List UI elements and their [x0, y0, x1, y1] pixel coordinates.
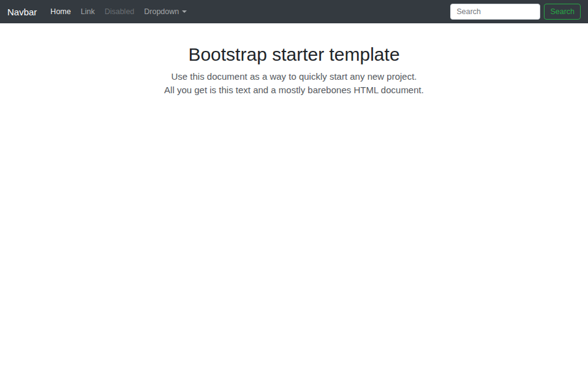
nav-item-disabled: Disabled: [100, 5, 140, 18]
navbar-brand[interactable]: Navbar: [7, 7, 37, 17]
nav-item-link[interactable]: Link: [76, 5, 100, 18]
navbar-nav: Home Link Disabled Dropdown: [45, 5, 192, 18]
nav-item-dropdown[interactable]: Dropdown: [139, 5, 192, 18]
lead-line-2: All you get is this text and a mostly ba…: [0, 83, 588, 97]
nav-item-home[interactable]: Home: [45, 5, 75, 18]
lead-line-1: Use this document as a way to quickly st…: [0, 70, 588, 83]
page-title: Bootstrap starter template: [0, 44, 588, 66]
search-input[interactable]: [450, 4, 540, 20]
main-content: Bootstrap starter template Use this docu…: [0, 23, 588, 96]
search-button[interactable]: Search: [544, 4, 581, 20]
nav-item-dropdown-label: Dropdown: [144, 7, 179, 16]
navbar: Navbar Home Link Disabled Dropdown Searc…: [0, 0, 588, 23]
caret-down-icon: [182, 10, 187, 13]
search-form: Search: [450, 4, 581, 20]
lead-paragraph: Use this document as a way to quickly st…: [0, 70, 588, 96]
